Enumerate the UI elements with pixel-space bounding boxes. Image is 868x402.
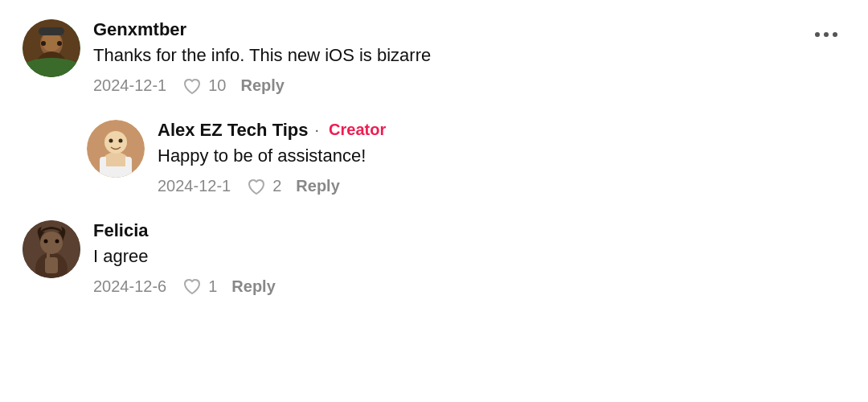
svg-point-6 (57, 41, 62, 46)
alex-like-count: 2 (272, 177, 281, 195)
svg-point-19 (55, 239, 59, 243)
felicia-text: I agree (93, 244, 845, 269)
genxmtber-meta: 2024-12-1 10 Reply (93, 75, 845, 97)
felicia-reply-button[interactable]: Reply (231, 277, 275, 296)
felicia-like-count: 1 (208, 277, 217, 296)
svg-point-5 (41, 41, 46, 46)
felicia-comment-body: Felicia I agree 2024-12-6 1 Reply (93, 220, 845, 298)
alex-header: Alex EZ Tech Tips · Creator (158, 120, 845, 141)
genxmtber-like-button[interactable]: 10 (181, 75, 226, 97)
svg-rect-21 (47, 252, 50, 262)
svg-rect-14 (106, 157, 125, 166)
alex-like-button[interactable]: 2 (245, 175, 281, 198)
svg-point-10 (104, 131, 127, 154)
felicia-date: 2024-12-6 (93, 277, 166, 296)
comments-container: Genxmtber Thanks for the info. This new … (0, 0, 868, 339)
genxmtber-header: Genxmtber (93, 19, 845, 40)
genxmtber-like-count: 10 (208, 76, 226, 95)
alex-username: Alex EZ Tech Tips (158, 120, 308, 141)
alex-dot-separator: · (314, 121, 319, 139)
svg-point-12 (119, 138, 123, 142)
svg-rect-4 (39, 27, 64, 35)
felicia-header: Felicia (93, 220, 845, 241)
felicia-like-button[interactable]: 1 (181, 275, 217, 297)
genxmtber-date: 2024-12-1 (93, 76, 166, 95)
more-dot-1 (815, 32, 820, 37)
felicia-avatar (23, 220, 80, 278)
genxmtber-avatar (23, 19, 80, 77)
felicia-username: Felicia (93, 220, 148, 241)
svg-point-11 (109, 138, 113, 142)
alex-date: 2024-12-1 (158, 177, 231, 195)
comment-genxmtber: Genxmtber Thanks for the info. This new … (23, 19, 845, 97)
alex-reply-button[interactable]: Reply (296, 177, 339, 195)
comment-alex: Alex EZ Tech Tips · Creator Happy to be … (87, 120, 845, 198)
heart-icon (245, 175, 268, 198)
comment-felicia: Felicia I agree 2024-12-6 1 Reply (23, 220, 845, 298)
alex-creator-badge: Creator (329, 121, 386, 139)
alex-text: Happy to be of assistance! (158, 144, 845, 169)
genxmtber-username: Genxmtber (93, 19, 186, 40)
svg-rect-7 (23, 58, 80, 77)
genxmtber-text: Thanks for the info. This new iOS is biz… (93, 43, 845, 68)
more-dot-3 (833, 32, 837, 37)
alex-comment-body: Alex EZ Tech Tips · Creator Happy to be … (158, 120, 845, 198)
alex-meta: 2024-12-1 2 Reply (158, 175, 845, 198)
svg-point-18 (44, 239, 48, 243)
genxmtber-comment-body: Genxmtber Thanks for the info. This new … (93, 19, 845, 97)
svg-point-17 (40, 232, 63, 254)
heart-icon (181, 75, 203, 97)
more-options-button[interactable] (815, 32, 837, 37)
more-dot-2 (824, 32, 829, 37)
alex-avatar (87, 120, 145, 178)
heart-icon (181, 275, 203, 297)
genxmtber-reply-button[interactable]: Reply (240, 76, 284, 95)
felicia-meta: 2024-12-6 1 Reply (93, 275, 845, 297)
